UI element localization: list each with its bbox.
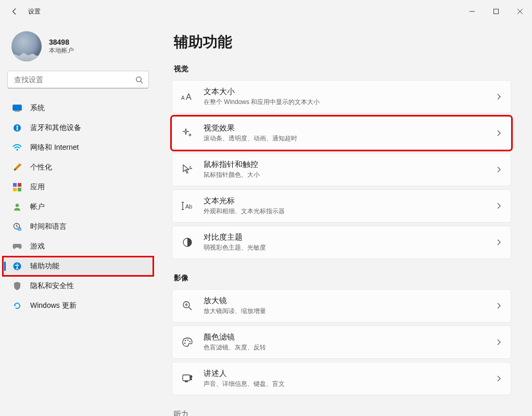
sidebar-item-label: 应用 (30, 183, 45, 192)
svg-text:Ab: Ab (185, 203, 192, 210)
close-button[interactable] (508, 4, 532, 19)
card-desc: 声音、详细信息、键盘、盲文 (204, 380, 496, 388)
svg-rect-6 (15, 111, 20, 112)
card-title: 文本光标 (204, 196, 496, 206)
svg-rect-10 (18, 183, 21, 187)
svg-text:A: A (186, 93, 192, 101)
card-desc: 放大镜阅读、缩放增量 (204, 307, 496, 316)
card-desc: 鼠标指针颜色、大小 (204, 171, 496, 179)
maximize-button[interactable] (484, 4, 508, 19)
card-text-size[interactable]: AA 文本大小 在整个 Windows 和应用中显示的文本大小 (172, 80, 511, 113)
titlebar: 设置 (0, 0, 532, 23)
svg-point-18 (17, 264, 18, 265)
sidebar-item-personalization[interactable]: 个性化 (3, 158, 153, 177)
window-controls (460, 4, 532, 19)
svg-line-3 (141, 81, 143, 83)
sidebar-item-bluetooth[interactable]: 蓝牙和其他设备 (3, 119, 153, 137)
palette-icon (179, 337, 196, 347)
section-title-hearing: 听力 (174, 410, 511, 416)
bluetooth-icon (12, 123, 22, 133)
svg-point-32 (190, 375, 193, 378)
chevron-right-icon (496, 302, 501, 309)
search-input[interactable] (14, 75, 135, 84)
gamepad-icon (12, 242, 22, 251)
svg-rect-30 (183, 375, 190, 381)
card-visual-effects[interactable]: 视觉效果 滚动条、透明度、动画、通知超时 (172, 116, 511, 150)
chevron-right-icon (496, 166, 501, 173)
sidebar-item-privacy[interactable]: 隐私和安全性 (3, 277, 153, 295)
cursor-icon (179, 164, 196, 175)
svg-rect-9 (13, 183, 17, 187)
narrator-icon (179, 373, 196, 384)
update-icon (12, 301, 22, 310)
apps-icon (12, 183, 22, 192)
svg-line-25 (189, 307, 192, 310)
sidebar-item-gaming[interactable]: 游戏 (3, 237, 153, 256)
sidebar-item-update[interactable]: Windows 更新 (3, 296, 153, 315)
clock-language-icon: 字 (12, 222, 22, 231)
accessibility-icon (12, 262, 22, 271)
page-title: 辅助功能 (174, 32, 511, 52)
svg-point-27 (187, 340, 188, 341)
avatar (11, 31, 42, 61)
svg-point-26 (185, 340, 186, 341)
user-type: 本地帐户 (49, 46, 74, 55)
svg-point-2 (136, 76, 141, 81)
svg-point-8 (16, 149, 18, 151)
chevron-right-icon (496, 202, 501, 210)
sidebar-item-label: 蓝牙和其他设备 (30, 123, 81, 133)
chevron-right-icon (496, 93, 501, 100)
user-panel[interactable]: 38498 本地帐户 (0, 28, 156, 68)
sidebar-item-label: 系统 (30, 103, 45, 113)
sidebar-item-accessibility[interactable]: 辅助功能 (3, 257, 153, 276)
sidebar-item-accounts[interactable]: 帐户 (3, 198, 153, 216)
sidebar-item-system[interactable]: 系统 (3, 99, 153, 118)
svg-point-29 (184, 343, 185, 344)
card-title: 视觉效果 (204, 123, 496, 133)
chevron-right-icon (496, 375, 501, 382)
card-mouse-pointer[interactable]: 鼠标指针和触控 鼠标指针颜色、大小 (172, 153, 511, 186)
card-title: 文本大小 (204, 87, 496, 97)
contrast-icon (179, 237, 196, 248)
card-text-cursor[interactable]: Ab 文本光标 外观和粗细、文本光标指示器 (172, 189, 511, 223)
sidebar-item-label: 辅助功能 (30, 262, 59, 271)
text-cursor-icon: Ab (179, 201, 196, 211)
shield-icon (12, 281, 22, 291)
card-magnifier[interactable]: 放大镜 放大镜阅读、缩放增量 (172, 289, 511, 322)
sidebar-item-time-language[interactable]: 字 时间和语言 (3, 217, 153, 236)
sidebar-item-apps[interactable]: 应用 (3, 178, 153, 197)
system-icon (12, 103, 22, 113)
sidebar-item-label: 隐私和安全性 (30, 281, 74, 291)
svg-rect-31 (185, 381, 188, 382)
card-narrator[interactable]: 讲述人 声音、详细信息、键盘、盲文 (172, 362, 511, 395)
back-button[interactable] (9, 6, 20, 17)
svg-rect-11 (13, 188, 17, 191)
card-title: 颜色滤镜 (204, 332, 496, 342)
wifi-icon (12, 143, 22, 152)
card-desc: 在整个 Windows 和应用中显示的文本大小 (204, 98, 496, 107)
sidebar-item-network[interactable]: 网络和 Internet (3, 138, 153, 157)
content: 辅助功能 视觉 AA 文本大小 在整个 Windows 和应用中显示的文本大小 … (156, 23, 532, 416)
card-contrast[interactable]: 对比度主题 弱视彩色主题、光敏度 (172, 226, 511, 259)
sidebar: 38498 本地帐户 系统 蓝牙 (0, 23, 156, 416)
sidebar-item-label: 网络和 Internet (30, 143, 79, 152)
sparkle-icon (179, 127, 196, 139)
card-desc: 滚动条、透明度、动画、通知超时 (204, 134, 496, 143)
card-desc: 弱视彩色主题、光敏度 (204, 243, 496, 252)
magnifier-icon (179, 300, 196, 311)
svg-point-13 (16, 204, 19, 207)
card-title: 对比度主题 (204, 232, 496, 242)
svg-rect-4 (13, 105, 22, 111)
minimize-button[interactable] (460, 4, 484, 19)
card-title: 讲述人 (204, 369, 496, 379)
card-color-filters[interactable]: 颜色滤镜 色盲滤镜、灰度、反转 (172, 326, 511, 359)
user-name: 38498 (49, 38, 74, 46)
sidebar-item-label: 帐户 (30, 202, 45, 212)
sidebar-item-label: 个性化 (30, 163, 52, 172)
brush-icon (12, 163, 22, 172)
sidebar-item-label: Windows 更新 (30, 301, 77, 310)
search-box[interactable] (7, 71, 149, 88)
card-desc: 色盲滤镜、灰度、反转 (204, 343, 496, 352)
text-size-icon: AA (179, 92, 196, 101)
nav-list: 系统 蓝牙和其他设备 网络和 Internet 个性化 (0, 96, 156, 318)
